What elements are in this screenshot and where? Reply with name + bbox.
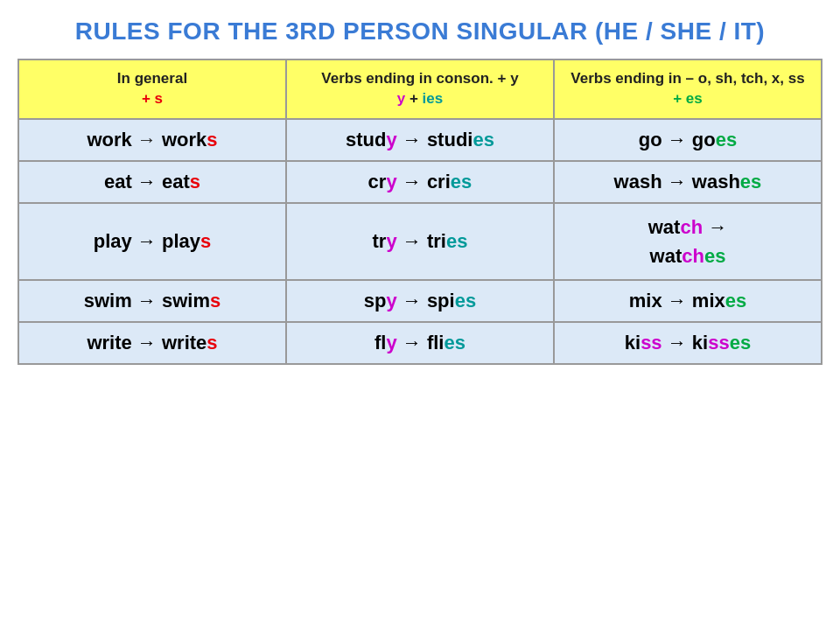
cell-base: work [87,129,136,150]
cell-watch: watch → watches [554,203,822,280]
cell-base: → studi [397,129,473,150]
cell-base: → spi [397,290,455,312]
header-col2: Verbs ending in conson. + y y + ies [286,60,554,119]
cell-base: swim → swim [84,290,210,312]
cell-study: study → studies [286,119,554,161]
cell-es2: es [730,332,751,354]
cell-base: cr [368,171,387,192]
cell-s: s [200,230,211,252]
grammar-table: In general + s Verbs ending in conson. +… [18,59,822,365]
cell-base: go → go [639,129,716,150]
header-col3-line1: Verbs ending in – o, sh, tch, x, ss [570,70,804,87]
cell-base: → fli [397,332,444,354]
cell-try: try → tries [286,203,554,280]
table-row: play → plays try → tries watch → watches [18,203,822,280]
header-col3: Verbs ending in – o, sh, tch, x, ss + es [554,60,822,119]
cell-base: eat → eat [104,171,190,192]
cell-conj-suffix: s [206,129,217,150]
header-col2-ies-y: y [397,90,405,107]
header-row: In general + s Verbs ending in conson. +… [18,60,822,119]
cell-ss: ss [640,332,662,354]
cell-es: es [725,290,746,312]
cell-base: play → play [94,230,200,252]
cell-es: es [716,129,737,150]
cell-base: ki [625,332,640,354]
cell-s: s [210,290,220,312]
table-row: eat → eats cry → cries wash → washes [18,161,822,203]
table-row: write → writes fly → flies kiss → kisses [18,322,822,364]
cell-base: tr [373,230,387,252]
cell-eat: eat → eats [18,161,286,203]
cell-ss2: ss [708,332,729,354]
table-row: work → works study → studies go → goes [18,119,822,161]
header-col1-line2: + s [142,90,163,107]
cell-y: y [386,129,396,150]
header-col1-line1: In general [117,70,187,87]
cell-s: s [190,171,200,192]
cell-ies: es [444,332,465,354]
cell-base: sp [364,290,387,312]
cell-y: y [386,171,396,192]
header-col1: In general + s [18,60,286,119]
cell-base: → tri [397,230,446,252]
header-col2-line1: Verbs ending in conson. + y [321,70,518,87]
cell-base: wat [650,245,682,267]
cell-swim: swim → swims [18,280,286,322]
cell-base: stud [346,129,386,150]
cell-ies: es [451,171,472,192]
cell-ies: es [446,230,467,252]
cell-cry: cry → cries [286,161,554,203]
cell-go: go → goes [554,119,822,161]
page-title: RULES FOR THE 3RD PERSON SINGULAR (HE / … [75,16,765,46]
cell-spy: spy → spies [286,280,554,322]
cell-s: s [206,332,217,354]
cell-base: mix → mix [629,290,725,312]
cell-ies: es [472,129,494,150]
header-col2-plus: + [405,90,422,107]
cell-arrow: → [137,129,162,150]
cell-es: es [704,245,725,267]
cell-fly: fly → flies [286,322,554,364]
cell-kiss: kiss → kisses [554,322,822,364]
cell-ies: es [455,290,476,312]
cell-base: wat [648,216,681,238]
cell-y: y [386,230,396,252]
cell-wash: wash → washes [554,161,822,203]
header-col2-ies-ies: ies [423,90,444,107]
cell-write: write → writes [18,322,286,364]
cell-y: y [386,332,396,354]
cell-ch2: ch [682,245,704,267]
cell-base: fl [374,332,386,354]
cell-conj-base: work [162,129,206,150]
cell-mix: mix → mixes [554,280,822,322]
cell-play: play → plays [18,203,286,280]
cell-base: → cri [397,171,451,192]
cell-work: work → works [18,119,286,161]
table-row: swim → swims spy → spies mix → mixes [18,280,822,322]
cell-base: write → write [87,332,206,354]
cell-base: → [703,216,727,238]
cell-es: es [740,171,761,192]
header-col3-line2: + es [673,90,703,107]
cell-ch: ch [680,216,703,238]
cell-base: wash → wash [614,171,740,192]
cell-y: y [386,290,396,312]
cell-base: → ki [662,332,709,354]
